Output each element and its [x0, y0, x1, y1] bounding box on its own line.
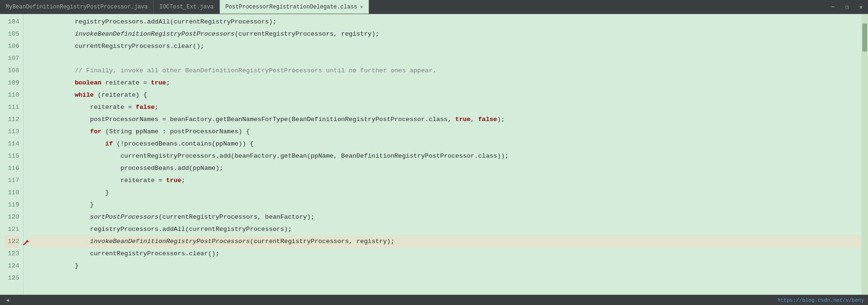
editor-window: MyBeanDefinitionRegistryPostProcessor.ja…: [0, 0, 868, 305]
code-line-104: registryProcessors.addAll(currentRegistr…: [29, 16, 861, 28]
code-line-125: [29, 272, 861, 284]
code-line-119: }: [29, 199, 861, 211]
status-bar: ◀ https://blog.csdn.net/v/beny: [0, 295, 868, 305]
code-line-115: currentRegistryProcessors.add(beanFactor…: [29, 150, 861, 162]
code-line-111: reiterate = false;: [29, 101, 861, 114]
code-line-120: sortPostProcessors(currentRegistryProces…: [29, 211, 861, 223]
close-button[interactable]: ✕: [854, 0, 868, 14]
tab-mybeandef-label: MyBeanDefinitionRegistryPostProcessor.ja…: [6, 4, 147, 10]
tab-postprocessor[interactable]: PostProcessorRegistrationDelegate.class …: [220, 0, 369, 14]
tab-ioctest[interactable]: IOCTest_Ext.java: [154, 0, 219, 14]
code-line-105: invokeBeanDefinitionRegistryPostProcesso…: [29, 28, 861, 40]
svg-marker-1: [25, 240, 29, 242]
tab-postprocessor-label: PostProcessorRegistrationDelegate.class: [225, 4, 357, 10]
code-line-113: for (String ppName : postProcessorNames)…: [29, 126, 861, 138]
minimize-button[interactable]: —: [826, 0, 840, 14]
code-line-124: }: [29, 260, 861, 272]
code-line-117: reiterate = true;: [29, 175, 861, 187]
status-url: https://blog.csdn.net/v/beny: [777, 297, 864, 303]
tab-mybeandef[interactable]: MyBeanDefinitionRegistryPostProcessor.ja…: [0, 0, 154, 14]
svg-line-0: [23, 242, 27, 246]
code-line-106: currentRegistryProcessors.clear();: [29, 40, 861, 53]
code-line-123: currentRegistryProcessors.clear();: [29, 248, 861, 260]
code-content: registryProcessors.addAll(currentRegistr…: [23, 14, 861, 295]
code-line-118: }: [29, 187, 861, 199]
title-bar: MyBeanDefinitionRegistryPostProcessor.ja…: [0, 0, 868, 14]
scrollbar-thumb[interactable]: [862, 23, 867, 52]
tab-ioctest-label: IOCTest_Ext.java: [159, 4, 213, 10]
code-line-109: boolean reiterate = true;: [29, 77, 861, 89]
tab-close-icon[interactable]: ✕: [360, 4, 364, 10]
window-controls: — ❐ ✕: [826, 0, 868, 14]
debug-arrow-icon: [23, 236, 30, 247]
code-line-122: invokeBeanDefinitionRegistryPostProcesso…: [29, 236, 861, 248]
code-line-112: postProcessorNames = beanFactory.getBean…: [29, 114, 861, 126]
code-line-107: [29, 53, 861, 65]
code-line-108: // Finally, invoke all other BeanDefinit…: [29, 65, 861, 77]
code-line-114: if (!processedBeans.contains(ppName)) {: [29, 138, 861, 150]
scroll-left-button[interactable]: ◀: [4, 297, 11, 304]
code-line-116: processedBeans.add(ppName);: [29, 162, 861, 175]
scrollbar[interactable]: [861, 14, 868, 295]
code-line-121: registryProcessors.addAll(currentRegistr…: [29, 223, 861, 236]
status-left: ◀: [4, 297, 11, 304]
line-numbers: 104 105 106 107 108 109 110 111 112 113 …: [0, 14, 23, 295]
code-line-110: while (reiterate) {: [29, 89, 861, 101]
restore-button[interactable]: ❐: [840, 0, 854, 14]
code-area: 104 105 106 107 108 109 110 111 112 113 …: [0, 14, 868, 295]
